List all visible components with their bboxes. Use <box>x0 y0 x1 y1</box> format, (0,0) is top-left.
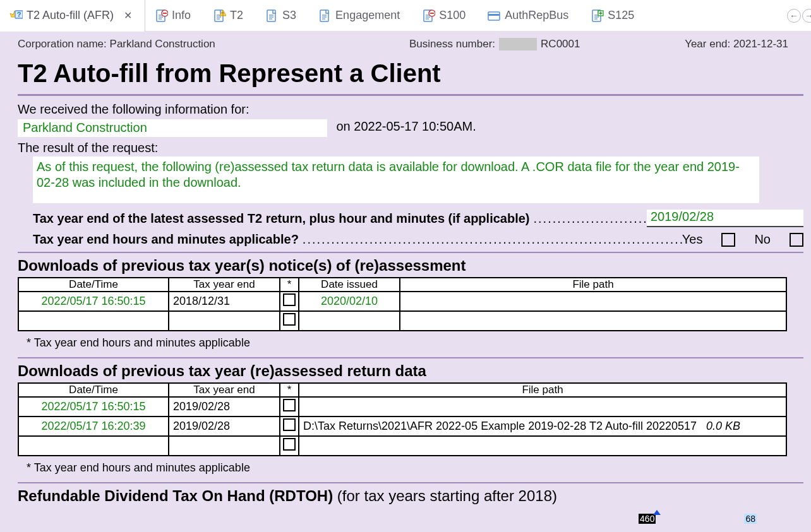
card-icon <box>487 9 501 23</box>
latest-assessed-row: Tax year end of the latest assessed T2 r… <box>18 210 803 227</box>
triangle-icon <box>653 510 661 515</box>
tab-label: T2 <box>230 9 243 22</box>
yes-label: Yes <box>682 232 703 247</box>
close-icon[interactable]: ✕ <box>124 9 132 21</box>
cell-datetime <box>18 311 169 331</box>
section2-heading: Downloads of previous tax year (re)asses… <box>18 362 803 380</box>
tab-label: S3 <box>282 9 296 22</box>
box-460-label: 460 <box>640 514 654 524</box>
bn-masked <box>499 38 537 50</box>
bn-suffix: RC0001 <box>541 38 580 50</box>
corp-name-box[interactable]: Parkland Construction <box>18 119 327 137</box>
col-filepath: File path <box>299 383 786 397</box>
latest-assessed-label: Tax year end of the latest assessed T2 r… <box>33 211 530 226</box>
tab-label: S125 <box>608 9 634 22</box>
yes-checkbox[interactable] <box>721 233 735 247</box>
leader-dots: ........................................… <box>299 232 682 247</box>
tab-strip: T2 Auto-fill (AFR) ✕ Info T2 S3 Engageme… <box>0 0 811 32</box>
tab-engagement[interactable]: Engagement <box>309 0 412 32</box>
no-checkbox[interactable] <box>790 233 803 247</box>
tab-label: S100 <box>439 9 466 22</box>
row-checkbox[interactable] <box>283 438 296 451</box>
tab-authrepbus[interactable]: AuthRepBus <box>478 0 581 32</box>
leader-dots: ........................................… <box>530 211 647 226</box>
page-body: Corporation name: Parkland Construction … <box>0 32 811 532</box>
tab-info[interactable]: Info <box>145 0 203 32</box>
cell-star <box>280 311 299 331</box>
col-datetime: Date/Time <box>18 383 169 397</box>
rdtoh-paren: (for tax years starting after 2018) <box>337 487 557 504</box>
cell-issued: 2020/02/10 <box>299 292 400 311</box>
cell-datetime: 2022/05/17 16:50:15 <box>18 292 169 311</box>
returndata-table: Date/Time Tax year end * File path 2022/… <box>18 382 787 456</box>
cell-star <box>280 417 299 436</box>
yearend-label: Year end: <box>685 38 730 50</box>
latest-assessed-value[interactable]: 2019/02/28 <box>647 210 803 227</box>
tab-label: T2 Auto-fill (AFR) <box>27 9 114 22</box>
tab-s100[interactable]: S100 <box>412 0 478 32</box>
corp-name-label: Corporation name: <box>18 38 107 50</box>
cell-star <box>280 436 299 456</box>
result-text: As of this request, the following (re)as… <box>33 157 759 203</box>
cell-star <box>280 292 299 311</box>
cell-datetime <box>18 436 169 456</box>
tab-s125[interactable]: S125 <box>581 0 647 32</box>
cell-path <box>400 292 786 311</box>
tab-label: Engagement <box>335 9 400 22</box>
corp-name-value: Parkland Construction <box>110 38 215 50</box>
divider <box>18 252 803 253</box>
col-dateissued: Date issued <box>299 278 400 292</box>
table-row[interactable]: 2022/05/17 16:50:15 2018/12/31 2020/02/1… <box>18 292 786 311</box>
rdtoh-title: Refundable Dividend Tax On Hand (RDTOH) <box>18 487 333 504</box>
received-timestamp: on 2022-05-17 10:50AM. <box>336 119 476 133</box>
col-filepath: File path <box>400 278 786 292</box>
cell-tye: 2019/02/28 <box>169 397 280 417</box>
cell-tye: 2019/02/28 <box>169 417 280 436</box>
cell-tye <box>169 436 280 456</box>
cell-datetime: 2022/05/17 16:50:15 <box>18 397 169 417</box>
tab-label: Info <box>172 9 191 22</box>
notices-table: Date/Time Tax year end * Date issued Fil… <box>18 277 787 331</box>
cell-tye <box>169 311 280 331</box>
row-checkbox[interactable] <box>283 399 296 411</box>
doc-minus-icon <box>154 9 168 23</box>
star-question-icon <box>9 9 23 23</box>
cell-path <box>400 311 786 331</box>
divider <box>18 357 803 358</box>
doc-warn-icon <box>212 9 226 23</box>
doc-icon <box>318 9 332 23</box>
cell-path <box>299 436 786 456</box>
bn-label: Business number: <box>409 38 495 50</box>
cell-tye: 2018/12/31 <box>169 292 280 311</box>
doc-plus-icon <box>590 9 604 23</box>
table-row[interactable]: 2022/05/17 16:20:39 2019/02/28 D:\Tax Re… <box>18 417 786 436</box>
nav-arrows: ← → <box>787 9 808 23</box>
box-460: 460 <box>639 514 656 524</box>
cell-path-text: D:\Tax Returns\2021\AFR 2022-05 Example … <box>303 420 697 432</box>
col-datetime: Date/Time <box>18 278 169 292</box>
section1-footnote: * Tax year end hours and minutes applica… <box>18 331 803 352</box>
table-row[interactable] <box>18 436 786 456</box>
row-checkbox[interactable] <box>283 293 296 306</box>
header-row: Corporation name: Parkland Construction … <box>18 32 803 53</box>
row-checkbox[interactable] <box>283 313 296 326</box>
tab-s3[interactable]: S3 <box>256 0 309 32</box>
col-taxyearend: Tax year end <box>169 383 280 397</box>
doc-minus-icon <box>421 9 435 23</box>
hm-applicable-row: Tax year end hours and minutes applicabl… <box>18 232 803 247</box>
intro-line1: We received the following information fo… <box>18 102 803 117</box>
table-row[interactable] <box>18 311 786 331</box>
row-checkbox[interactable] <box>283 418 296 431</box>
table-row[interactable]: 2022/05/17 16:50:15 2019/02/28 <box>18 397 786 417</box>
tab-t2[interactable]: T2 <box>203 0 256 32</box>
nav-next-icon[interactable]: → <box>802 9 811 23</box>
cell-path: D:\Tax Returns\2021\AFR 2022-05 Example … <box>299 417 786 436</box>
rdtoh-boxes: 460 68 <box>18 505 803 524</box>
col-star: * <box>280 383 299 397</box>
cell-path <box>299 397 786 417</box>
tab-t2-autofill[interactable]: T2 Auto-fill (AFR) ✕ <box>0 0 145 32</box>
rdtoh-heading: Refundable Dividend Tax On Hand (RDTOH) … <box>18 487 803 505</box>
yearend-value: 2021-12-31 <box>733 38 788 50</box>
nav-prev-icon[interactable]: ← <box>787 9 801 23</box>
result-label: The result of the request: <box>18 141 803 155</box>
